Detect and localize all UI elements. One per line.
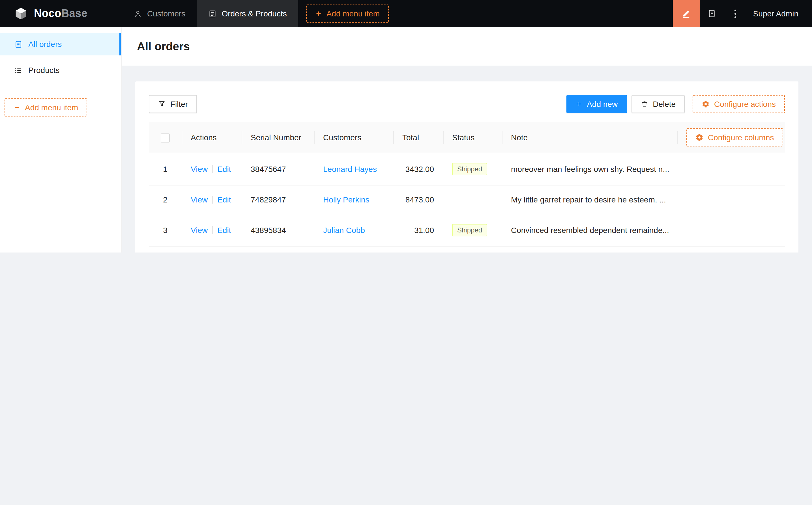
nocobase-app: NocoBase Customers bbox=[0, 0, 812, 252]
trash-icon bbox=[640, 100, 648, 108]
sidebar-item-products[interactable]: Products bbox=[0, 59, 121, 81]
customer-link[interactable]: Holly Perkins bbox=[323, 195, 369, 204]
brand-text: NocoBase bbox=[34, 7, 88, 20]
unordered-list-icon bbox=[14, 66, 23, 74]
navbar-right: Super Admin bbox=[673, 0, 812, 27]
more-button[interactable] bbox=[724, 0, 748, 27]
configure-actions-label: Configure actions bbox=[714, 100, 776, 109]
book-icon bbox=[707, 9, 716, 18]
table-toolbar: Filter Add new bbox=[149, 95, 785, 113]
configure-actions-button[interactable]: Configure actions bbox=[693, 95, 785, 113]
serial-number: 43895834 bbox=[251, 226, 286, 235]
highlighter-icon bbox=[682, 9, 691, 18]
page-title: All orders bbox=[137, 40, 190, 53]
toolbar-actions: Add new Delete bbox=[566, 95, 785, 113]
filter-label: Filter bbox=[170, 100, 188, 109]
all-orders-icon bbox=[14, 40, 23, 48]
select-all-checkbox[interactable] bbox=[161, 133, 170, 142]
add-new-button[interactable]: Add new bbox=[566, 95, 627, 113]
action-divider bbox=[212, 165, 213, 173]
add-menu-item-label: Add menu item bbox=[25, 103, 78, 112]
nocobase-logo-icon bbox=[14, 7, 28, 20]
kebab-icon bbox=[735, 9, 736, 18]
status-badge: Shipped bbox=[452, 224, 487, 236]
order-total: 31.00 bbox=[414, 226, 434, 235]
configure-columns-button[interactable]: Configure columns bbox=[686, 128, 783, 147]
user-name[interactable]: Super Admin bbox=[748, 9, 812, 18]
page-header: All orders bbox=[122, 27, 812, 65]
customer-link[interactable]: Julian Cobb bbox=[323, 226, 365, 235]
order-note: moreover man feelings own shy. Request n… bbox=[511, 165, 669, 174]
row-index: 3 bbox=[163, 226, 167, 235]
edit-link[interactable]: Edit bbox=[217, 165, 231, 174]
page-content: Filter Add new bbox=[122, 65, 812, 252]
edit-link[interactable]: Edit bbox=[217, 195, 231, 204]
edit-link[interactable]: Edit bbox=[217, 226, 231, 235]
ui-editor-button[interactable] bbox=[673, 0, 700, 27]
navbar-add-menu-item-button[interactable]: Add menu item bbox=[306, 5, 389, 23]
column-header-total: Total bbox=[393, 122, 443, 153]
brand-secondary: Base bbox=[61, 7, 88, 19]
plus-icon bbox=[315, 10, 322, 17]
orders-table: Actions Serial Number Customers Total St… bbox=[149, 122, 785, 252]
sidebar: All orders Products Add menu item bbox=[0, 27, 122, 252]
gear-icon bbox=[695, 134, 703, 141]
row-index: 2 bbox=[163, 195, 167, 204]
nav-item-customers[interactable]: Customers bbox=[122, 0, 196, 27]
top-navbar: NocoBase Customers bbox=[0, 0, 812, 27]
plus-icon bbox=[14, 104, 20, 111]
order-total: 3432.00 bbox=[405, 165, 434, 174]
column-header-customers: Customers bbox=[314, 122, 393, 153]
filter-icon bbox=[158, 100, 166, 108]
sidebar-add-menu-item-button[interactable]: Add menu item bbox=[5, 99, 87, 117]
delete-label: Delete bbox=[653, 100, 676, 109]
plus-icon bbox=[575, 101, 582, 108]
order-total: 8473.00 bbox=[405, 195, 434, 204]
nav-item-label: Customers bbox=[147, 9, 185, 18]
customer-link[interactable]: Leonard Hayes bbox=[323, 165, 377, 174]
nav-item-label: Orders & Products bbox=[222, 9, 287, 18]
main-area: All orders Filter bbox=[122, 27, 812, 252]
add-new-label: Add new bbox=[587, 100, 618, 109]
column-header-serial-number: Serial Number bbox=[242, 122, 314, 153]
column-header-actions: Actions bbox=[182, 122, 242, 153]
table-row: 4 ViewEdit 75638347 Yvette Gross 874.00 … bbox=[149, 246, 785, 252]
sidebar-item-label: Products bbox=[28, 65, 60, 74]
navbar-left: NocoBase Customers bbox=[0, 0, 389, 27]
order-note: Convinced resembled dependent remainde..… bbox=[511, 226, 669, 235]
brand-primary: Noco bbox=[34, 7, 61, 19]
serial-number: 38475647 bbox=[251, 165, 286, 174]
page-layout: All orders Products Add menu item bbox=[0, 27, 812, 252]
order-note: My little garret repair to desire he est… bbox=[511, 195, 666, 204]
view-link[interactable]: View bbox=[191, 165, 208, 174]
table-header: Actions Serial Number Customers Total St… bbox=[149, 122, 785, 153]
view-link[interactable]: View bbox=[191, 195, 208, 204]
gear-icon bbox=[702, 100, 709, 108]
table-body: 1 ViewEdit 38475647 Leonard Hayes 3432.0… bbox=[149, 153, 785, 252]
sidebar-item-all-orders[interactable]: All orders bbox=[0, 33, 121, 55]
row-index: 1 bbox=[163, 165, 167, 174]
action-divider bbox=[212, 226, 213, 234]
nav-item-orders-products[interactable]: Orders & Products bbox=[196, 0, 298, 27]
serial-number: 74829847 bbox=[251, 195, 286, 204]
add-menu-item-label: Add menu item bbox=[326, 9, 380, 18]
nocobase-logo[interactable]: NocoBase bbox=[0, 0, 122, 27]
action-divider bbox=[212, 196, 213, 204]
docs-button[interactable] bbox=[700, 0, 724, 27]
table-row: 3 ViewEdit 43895834 Julian Cobb 31.00 Sh… bbox=[149, 214, 785, 246]
table-row: 2 ViewEdit 74829847 Holly Perkins 8473.0… bbox=[149, 185, 785, 214]
table-row: 1 ViewEdit 38475647 Leonard Hayes 3432.0… bbox=[149, 153, 785, 185]
sidebar-item-label: All orders bbox=[28, 40, 62, 49]
column-header-status: Status bbox=[443, 122, 502, 153]
view-link[interactable]: View bbox=[191, 226, 208, 235]
status-badge: Shipped bbox=[452, 163, 487, 175]
customers-icon bbox=[134, 9, 142, 18]
column-header-note: Note bbox=[502, 122, 677, 153]
configure-columns-label: Configure columns bbox=[708, 133, 774, 142]
filter-button[interactable]: Filter bbox=[149, 95, 197, 113]
orders-table-block: Filter Add new bbox=[135, 81, 798, 252]
main-menu: Customers Orders & Products Add bbox=[122, 0, 389, 27]
delete-button[interactable]: Delete bbox=[631, 95, 685, 113]
orders-products-icon bbox=[208, 9, 217, 18]
